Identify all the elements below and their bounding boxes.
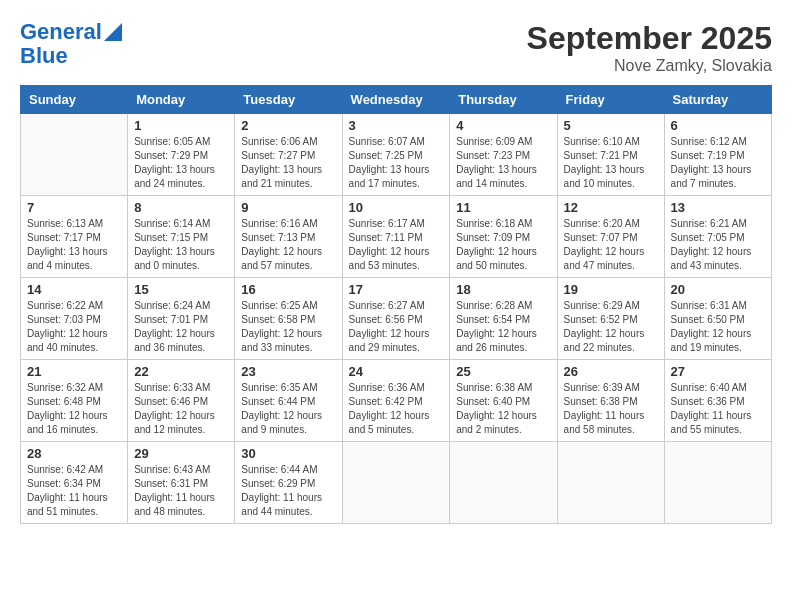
calendar-cell [450,442,557,524]
calendar-cell: 9Sunrise: 6:16 AM Sunset: 7:13 PM Daylig… [235,196,342,278]
day-number: 22 [134,364,228,379]
day-number: 18 [456,282,550,297]
day-info: Sunrise: 6:07 AM Sunset: 7:25 PM Dayligh… [349,135,444,191]
day-info: Sunrise: 6:32 AM Sunset: 6:48 PM Dayligh… [27,381,121,437]
day-number: 5 [564,118,658,133]
calendar-week-row: 21Sunrise: 6:32 AM Sunset: 6:48 PM Dayli… [21,360,772,442]
day-info: Sunrise: 6:28 AM Sunset: 6:54 PM Dayligh… [456,299,550,355]
calendar-cell: 28Sunrise: 6:42 AM Sunset: 6:34 PM Dayli… [21,442,128,524]
day-number: 26 [564,364,658,379]
calendar-cell: 23Sunrise: 6:35 AM Sunset: 6:44 PM Dayli… [235,360,342,442]
calendar-cell: 29Sunrise: 6:43 AM Sunset: 6:31 PM Dayli… [128,442,235,524]
calendar-cell: 1Sunrise: 6:05 AM Sunset: 7:29 PM Daylig… [128,114,235,196]
title-block: September 2025 Nove Zamky, Slovakia [527,20,772,75]
day-number: 27 [671,364,765,379]
day-info: Sunrise: 6:10 AM Sunset: 7:21 PM Dayligh… [564,135,658,191]
day-info: Sunrise: 6:20 AM Sunset: 7:07 PM Dayligh… [564,217,658,273]
calendar-cell: 17Sunrise: 6:27 AM Sunset: 6:56 PM Dayli… [342,278,450,360]
calendar-header-saturday: Saturday [664,86,771,114]
calendar-cell: 16Sunrise: 6:25 AM Sunset: 6:58 PM Dayli… [235,278,342,360]
calendar-header-sunday: Sunday [21,86,128,114]
day-number: 25 [456,364,550,379]
calendar-header-friday: Friday [557,86,664,114]
day-info: Sunrise: 6:24 AM Sunset: 7:01 PM Dayligh… [134,299,228,355]
day-number: 23 [241,364,335,379]
calendar-header-tuesday: Tuesday [235,86,342,114]
day-info: Sunrise: 6:29 AM Sunset: 6:52 PM Dayligh… [564,299,658,355]
logo-text-line2: Blue [20,44,68,68]
calendar-cell [342,442,450,524]
calendar-cell: 10Sunrise: 6:17 AM Sunset: 7:11 PM Dayli… [342,196,450,278]
calendar-cell: 3Sunrise: 6:07 AM Sunset: 7:25 PM Daylig… [342,114,450,196]
day-info: Sunrise: 6:05 AM Sunset: 7:29 PM Dayligh… [134,135,228,191]
day-number: 16 [241,282,335,297]
calendar-cell: 4Sunrise: 6:09 AM Sunset: 7:23 PM Daylig… [450,114,557,196]
day-number: 20 [671,282,765,297]
calendar-cell: 2Sunrise: 6:06 AM Sunset: 7:27 PM Daylig… [235,114,342,196]
day-number: 24 [349,364,444,379]
calendar-week-row: 14Sunrise: 6:22 AM Sunset: 7:03 PM Dayli… [21,278,772,360]
day-number: 10 [349,200,444,215]
calendar-cell: 25Sunrise: 6:38 AM Sunset: 6:40 PM Dayli… [450,360,557,442]
calendar-cell: 11Sunrise: 6:18 AM Sunset: 7:09 PM Dayli… [450,196,557,278]
day-number: 14 [27,282,121,297]
calendar-cell: 8Sunrise: 6:14 AM Sunset: 7:15 PM Daylig… [128,196,235,278]
day-number: 15 [134,282,228,297]
day-info: Sunrise: 6:25 AM Sunset: 6:58 PM Dayligh… [241,299,335,355]
day-number: 21 [27,364,121,379]
day-info: Sunrise: 6:39 AM Sunset: 6:38 PM Dayligh… [564,381,658,437]
day-info: Sunrise: 6:27 AM Sunset: 6:56 PM Dayligh… [349,299,444,355]
day-info: Sunrise: 6:22 AM Sunset: 7:03 PM Dayligh… [27,299,121,355]
day-info: Sunrise: 6:21 AM Sunset: 7:05 PM Dayligh… [671,217,765,273]
day-number: 29 [134,446,228,461]
day-number: 1 [134,118,228,133]
calendar-cell: 24Sunrise: 6:36 AM Sunset: 6:42 PM Dayli… [342,360,450,442]
calendar-header-wednesday: Wednesday [342,86,450,114]
day-number: 9 [241,200,335,215]
calendar-cell: 15Sunrise: 6:24 AM Sunset: 7:01 PM Dayli… [128,278,235,360]
day-info: Sunrise: 6:31 AM Sunset: 6:50 PM Dayligh… [671,299,765,355]
calendar-week-row: 1Sunrise: 6:05 AM Sunset: 7:29 PM Daylig… [21,114,772,196]
calendar-cell: 14Sunrise: 6:22 AM Sunset: 7:03 PM Dayli… [21,278,128,360]
day-number: 11 [456,200,550,215]
day-number: 3 [349,118,444,133]
calendar-cell: 30Sunrise: 6:44 AM Sunset: 6:29 PM Dayli… [235,442,342,524]
day-info: Sunrise: 6:40 AM Sunset: 6:36 PM Dayligh… [671,381,765,437]
calendar-week-row: 7Sunrise: 6:13 AM Sunset: 7:17 PM Daylig… [21,196,772,278]
day-info: Sunrise: 6:43 AM Sunset: 6:31 PM Dayligh… [134,463,228,519]
calendar-cell: 12Sunrise: 6:20 AM Sunset: 7:07 PM Dayli… [557,196,664,278]
day-number: 6 [671,118,765,133]
day-number: 30 [241,446,335,461]
day-info: Sunrise: 6:36 AM Sunset: 6:42 PM Dayligh… [349,381,444,437]
day-info: Sunrise: 6:17 AM Sunset: 7:11 PM Dayligh… [349,217,444,273]
day-number: 7 [27,200,121,215]
calendar-table: SundayMondayTuesdayWednesdayThursdayFrid… [20,85,772,524]
month-title: September 2025 [527,20,772,57]
calendar-cell: 5Sunrise: 6:10 AM Sunset: 7:21 PM Daylig… [557,114,664,196]
calendar-header-thursday: Thursday [450,86,557,114]
day-number: 19 [564,282,658,297]
day-info: Sunrise: 6:13 AM Sunset: 7:17 PM Dayligh… [27,217,121,273]
day-number: 13 [671,200,765,215]
calendar-cell: 18Sunrise: 6:28 AM Sunset: 6:54 PM Dayli… [450,278,557,360]
day-number: 8 [134,200,228,215]
day-info: Sunrise: 6:12 AM Sunset: 7:19 PM Dayligh… [671,135,765,191]
calendar-cell: 27Sunrise: 6:40 AM Sunset: 6:36 PM Dayli… [664,360,771,442]
day-number: 2 [241,118,335,133]
day-info: Sunrise: 6:33 AM Sunset: 6:46 PM Dayligh… [134,381,228,437]
day-info: Sunrise: 6:42 AM Sunset: 6:34 PM Dayligh… [27,463,121,519]
day-info: Sunrise: 6:18 AM Sunset: 7:09 PM Dayligh… [456,217,550,273]
calendar-cell [557,442,664,524]
location-subtitle: Nove Zamky, Slovakia [527,57,772,75]
page-header: General Blue September 2025 Nove Zamky, … [20,20,772,75]
day-info: Sunrise: 6:35 AM Sunset: 6:44 PM Dayligh… [241,381,335,437]
calendar-cell: 7Sunrise: 6:13 AM Sunset: 7:17 PM Daylig… [21,196,128,278]
calendar-cell: 20Sunrise: 6:31 AM Sunset: 6:50 PM Dayli… [664,278,771,360]
calendar-cell: 19Sunrise: 6:29 AM Sunset: 6:52 PM Dayli… [557,278,664,360]
day-number: 28 [27,446,121,461]
calendar-cell: 21Sunrise: 6:32 AM Sunset: 6:48 PM Dayli… [21,360,128,442]
calendar-cell: 22Sunrise: 6:33 AM Sunset: 6:46 PM Dayli… [128,360,235,442]
day-number: 4 [456,118,550,133]
calendar-cell [21,114,128,196]
day-info: Sunrise: 6:44 AM Sunset: 6:29 PM Dayligh… [241,463,335,519]
